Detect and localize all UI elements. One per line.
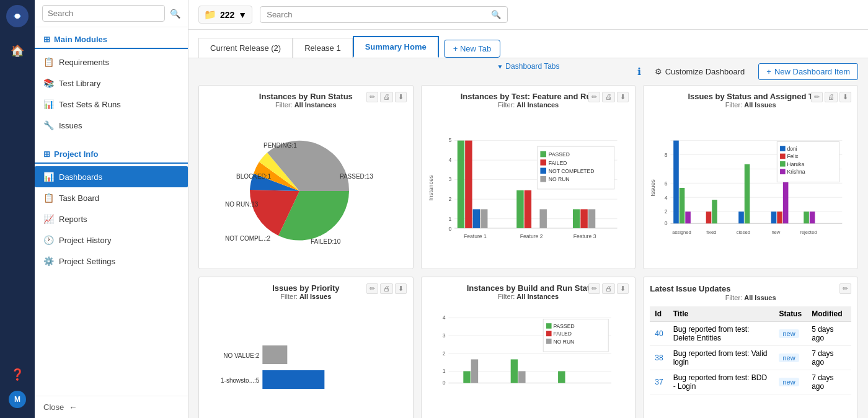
svg-text:closed: closed — [737, 229, 750, 235]
col-id: Id — [650, 306, 668, 322]
svg-rect-68 — [780, 146, 786, 151]
svg-text:fixed: fixed — [707, 229, 717, 235]
svg-rect-93 — [518, 371, 525, 383]
issue-title: Bug reported from test: Delete Entities — [668, 322, 774, 346]
edit-icon[interactable]: ✏ — [366, 283, 378, 294]
sidebar-item-test-sets[interactable]: 📊 Test Sets & Runs — [35, 94, 188, 115]
download-icon[interactable]: ⬇ — [617, 92, 629, 102]
svg-text:Krishna: Krishna — [787, 169, 805, 175]
chart-priority: Issues by Priority Filter: All Issues ✏ … — [198, 277, 414, 418]
svg-text:new: new — [772, 229, 781, 235]
status-badge: new — [779, 329, 799, 338]
label-no-run: NO RUN:13 — [225, 201, 259, 208]
label-blocked: BLOCKED:1 — [236, 173, 272, 180]
project-folder-icon: 📁 — [204, 9, 216, 20]
sidebar-item-requirements[interactable]: 📋 Requirements — [35, 51, 188, 73]
svg-rect-33 — [540, 168, 546, 174]
svg-point-1 — [15, 14, 20, 19]
svg-rect-15 — [457, 141, 464, 228]
sidebar: 🔍 ⊞ Main Modules 📋 Requirements 📚 Test L… — [35, 0, 188, 418]
header-search-input[interactable] — [267, 10, 487, 19]
user-avatar-icon[interactable]: M — [6, 388, 29, 411]
sidebar-item-task-board[interactable]: 📋 Task Board — [35, 187, 188, 208]
svg-text:1: 1 — [443, 368, 446, 374]
info-icon[interactable]: ℹ — [637, 66, 641, 78]
chart-build-run-actions: ✏ 🖨 ⬇ — [588, 283, 629, 294]
pie-chart-svg: PASSED:13 FAILED:10 NOT COMPL..:2 NO RUN… — [219, 120, 392, 256]
svg-rect-60 — [771, 211, 777, 223]
svg-text:doni: doni — [787, 146, 797, 152]
header: 📁 222 ▼ 🔍 — [188, 0, 868, 30]
search-input[interactable] — [42, 5, 165, 22]
svg-rect-74 — [780, 169, 786, 174]
priority-chart-svg: NO VALUE:2 1-showsto...:5 — [211, 333, 401, 407]
chart-latest-issues: Latest Issue Updates ✏ Filter: All Issue… — [643, 277, 858, 418]
help-nav-icon[interactable]: ❓ — [6, 363, 29, 386]
svg-text:PASSED: PASSED — [548, 151, 569, 158]
svg-text:assigned: assigned — [673, 229, 692, 235]
tab-new[interactable]: + New Tab — [444, 40, 501, 58]
svg-text:5: 5 — [448, 137, 451, 143]
svg-rect-35 — [540, 176, 546, 182]
issue-id-link[interactable]: 38 — [655, 354, 663, 362]
label-passed: PASSED:13 — [340, 173, 373, 180]
project-selector[interactable]: 📁 222 ▼ — [198, 6, 252, 24]
svg-text:4: 4 — [448, 157, 451, 163]
tab-release-1[interactable]: Release 1 — [293, 38, 353, 58]
svg-rect-92 — [510, 359, 517, 383]
table-row: 40 Bug reported from test: Delete Entiti… — [650, 322, 851, 346]
edit-icon[interactable]: ✏ — [588, 92, 600, 102]
issue-id-link[interactable]: 40 — [655, 329, 663, 338]
sidebar-item-reports[interactable]: 📈 Reports — [35, 208, 188, 229]
sidebar-item-test-library[interactable]: 📚 Test Library — [35, 73, 188, 94]
svg-rect-72 — [780, 161, 786, 167]
svg-rect-100 — [546, 339, 552, 344]
download-icon[interactable]: ⬇ — [395, 92, 407, 102]
svg-text:2: 2 — [665, 208, 668, 215]
svg-text:4: 4 — [443, 314, 446, 321]
print-icon[interactable]: 🖨 — [602, 92, 615, 102]
label-not-compl: NOT COMPL..:2 — [225, 235, 271, 242]
customize-dashboard-button[interactable]: ⚙ Customize Dashboard — [649, 64, 751, 79]
sidebar-search-bar: 🔍 — [35, 0, 188, 27]
print-icon[interactable]: 🖨 — [602, 283, 615, 294]
tab-current-release[interactable]: Current Release (2) — [198, 38, 293, 58]
sidebar-item-project-history[interactable]: 🕐 Project History — [35, 229, 188, 251]
new-dashboard-item-button[interactable]: + New Dashboard Item — [758, 63, 858, 80]
chart-feature-run-header: Instances by Test: Feature and Run Filte… — [428, 92, 629, 113]
main-content: 📁 222 ▼ 🔍 Current Release (2) Release 1 … — [188, 0, 868, 418]
app-logo[interactable] — [6, 5, 29, 27]
issue-id-link[interactable]: 37 — [655, 378, 663, 386]
issue-title: Bug reported from test: Valid login — [668, 346, 774, 370]
svg-text:rejected: rejected — [800, 229, 817, 235]
svg-rect-26 — [588, 209, 595, 228]
edit-icon[interactable]: ✏ — [811, 92, 823, 102]
edit-icon[interactable]: ✏ — [588, 283, 600, 294]
svg-rect-76 — [262, 345, 287, 364]
sidebar-item-project-settings[interactable]: ⚙️ Project Settings — [35, 251, 188, 272]
chart-priority-actions: ✏ 🖨 ⬇ — [366, 283, 407, 294]
download-icon[interactable]: ⬇ — [395, 283, 407, 294]
chart-status-assigned-header: Issues by Status and Assigned T Filter: … — [650, 92, 851, 113]
svg-text:1-showsto...:5: 1-showsto...:5 — [221, 377, 260, 384]
svg-text:Felix: Felix — [787, 153, 799, 159]
col-status: Status — [774, 306, 807, 322]
print-icon[interactable]: 🖨 — [380, 92, 393, 102]
sidebar-close-button[interactable]: Close ← — [35, 396, 188, 418]
tab-summary-home[interactable]: Summary Home — [353, 36, 439, 58]
print-icon[interactable]: 🖨 — [825, 92, 838, 102]
sidebar-item-dashboards[interactable]: 📊 Dashboards — [35, 166, 188, 187]
download-icon[interactable]: ⬇ — [617, 283, 629, 294]
home-nav-icon[interactable]: 🏠 — [6, 40, 29, 62]
edit-icon[interactable]: ✏ — [366, 92, 378, 102]
chart-priority-content: NO VALUE:2 1-showsto...:5 — [205, 305, 407, 414]
edit-icon[interactable]: ✏ — [839, 283, 851, 294]
settings-icon: ⚙️ — [43, 256, 54, 266]
test-sets-icon: 📊 — [43, 99, 54, 109]
download-icon[interactable]: ⬇ — [839, 92, 851, 102]
svg-text:0: 0 — [665, 220, 668, 226]
user-avatar[interactable]: M — [9, 391, 26, 408]
sidebar-item-issues[interactable]: 🔧 Issues — [35, 115, 188, 136]
svg-text:Feature 2: Feature 2 — [520, 233, 542, 239]
print-icon[interactable]: 🖨 — [380, 283, 393, 294]
